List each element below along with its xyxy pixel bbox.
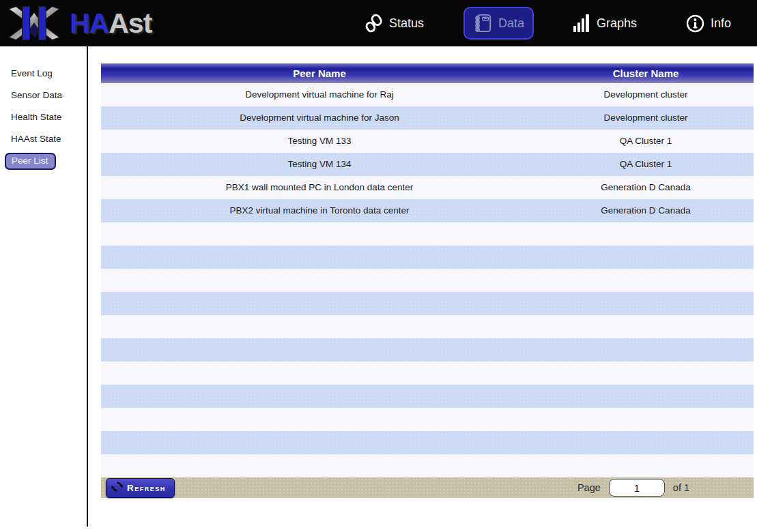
nav-tab-info[interactable]: Info — [676, 8, 741, 39]
sidebar: Event Log Sensor Data Health State HAAst… — [0, 46, 87, 173]
sidebar-item-label: Sensor Data — [11, 90, 62, 100]
nav-tab-label: Info — [711, 16, 731, 31]
info-icon — [686, 14, 704, 33]
table-footer-bar: Refresh Page of 1 — [101, 477, 754, 498]
page-label: Page — [577, 482, 601, 493]
nav-tab-data[interactable]: Data — [463, 7, 534, 40]
app-title-silver: Ast — [109, 8, 152, 39]
cluster-name-cell: Generation D Canada — [538, 199, 754, 222]
bar-chart-icon — [573, 14, 590, 32]
empty-table-row — [101, 269, 754, 292]
sidebar-divider — [87, 46, 88, 527]
peer-name-cell: PBX2 virtual machine in Toronto data cen… — [101, 199, 538, 222]
empty-table-row — [101, 338, 754, 361]
refresh-icon — [111, 481, 123, 495]
table-row[interactable]: Testing VM 133 QA Cluster 1 — [101, 130, 754, 153]
cluster-name-cell: Development cluster — [538, 106, 754, 130]
app-title: HAAst — [70, 8, 152, 40]
table-row[interactable]: Development virtual machine for Jason De… — [101, 106, 754, 130]
page-number-input[interactable] — [609, 479, 665, 497]
table-row[interactable]: PBX2 virtual machine in Toronto data cen… — [101, 199, 754, 222]
empty-table-row — [101, 361, 754, 385]
refresh-button-label: Refresh — [127, 483, 166, 493]
cluster-name-cell: Development cluster — [538, 83, 754, 106]
sidebar-item-peer-list[interactable]: Peer List — [0, 151, 87, 173]
table-row[interactable]: Testing VM 134 QA Cluster 1 — [101, 153, 754, 176]
haast-logo-icon — [5, 3, 63, 44]
peer-name-cell: Development virtual machine for Raj — [101, 83, 538, 106]
peer-table: Peer Name Cluster Name Development virtu… — [101, 63, 754, 498]
empty-table-row — [101, 385, 754, 408]
notebook-icon — [473, 13, 492, 33]
nav-tab-label: Graphs — [597, 16, 637, 31]
peer-name-cell: Testing VM 133 — [101, 130, 538, 153]
nav-tab-label: Status — [389, 16, 424, 31]
sidebar-item-haast-state[interactable]: HAAst State — [0, 129, 87, 151]
link-icon — [365, 13, 383, 33]
sidebar-item-label: HAAst State — [11, 134, 61, 144]
empty-table-row — [101, 431, 754, 454]
table-row[interactable]: Development virtual machine for Raj Deve… — [101, 83, 754, 106]
sidebar-item-sensor-data[interactable]: Sensor Data — [0, 85, 87, 107]
sidebar-item-label: Event Log — [11, 68, 53, 78]
empty-table-row — [101, 246, 754, 269]
pagination-controls: Page of 1 — [577, 479, 689, 497]
nav-tab-graphs[interactable]: Graphs — [564, 8, 646, 38]
empty-table-row — [101, 408, 754, 431]
sidebar-item-event-log[interactable]: Event Log — [0, 63, 87, 85]
empty-table-row — [101, 222, 754, 246]
cluster-name-cell: Generation D Canada — [538, 176, 754, 199]
cluster-name-cell: QA Cluster 1 — [538, 130, 754, 153]
peer-name-cell: PBX1 wall mounted PC in London data cent… — [101, 176, 538, 199]
column-header-cluster-name: Cluster Name — [538, 63, 754, 83]
empty-table-row — [101, 315, 754, 338]
page-total-label: of 1 — [673, 482, 689, 493]
column-header-peer-name: Peer Name — [101, 63, 538, 83]
app-title-blue: HA — [70, 8, 109, 39]
empty-table-row — [101, 454, 754, 477]
nav-tab-status[interactable]: Status — [356, 7, 433, 40]
sidebar-item-health-state[interactable]: Health State — [0, 107, 87, 129]
cluster-name-cell: QA Cluster 1 — [538, 153, 754, 176]
refresh-button[interactable]: Refresh — [106, 478, 175, 498]
table-row[interactable]: PBX1 wall mounted PC in London data cent… — [101, 176, 754, 199]
top-header-bar: HAAst Status Data — [0, 0, 757, 46]
sidebar-item-label: Peer List — [5, 153, 56, 170]
table-header-row: Peer Name Cluster Name — [101, 63, 754, 83]
top-navigation: Status Data — [356, 0, 757, 46]
peer-name-cell: Development virtual machine for Jason — [101, 106, 538, 130]
empty-table-row — [101, 292, 754, 315]
nav-tab-label: Data — [498, 16, 524, 31]
peer-name-cell: Testing VM 134 — [101, 153, 538, 176]
sidebar-item-label: Health State — [11, 112, 61, 122]
